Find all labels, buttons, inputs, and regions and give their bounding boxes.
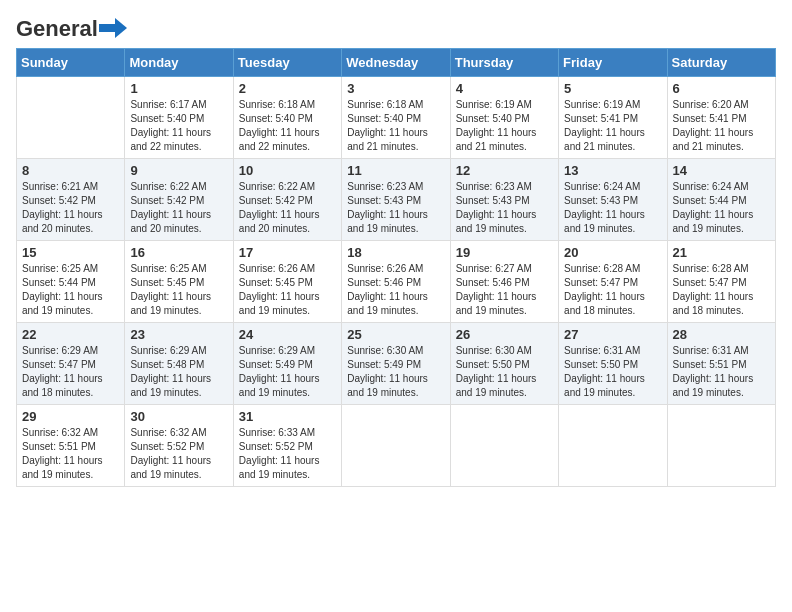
day-info: Sunrise: 6:28 AM Sunset: 5:47 PM Dayligh…	[673, 262, 770, 318]
calendar-header-row: SundayMondayTuesdayWednesdayThursdayFrid…	[17, 49, 776, 77]
calendar-cell: 5 Sunrise: 6:19 AM Sunset: 5:41 PM Dayli…	[559, 77, 667, 159]
day-number: 28	[673, 327, 770, 342]
day-info: Sunrise: 6:26 AM Sunset: 5:45 PM Dayligh…	[239, 262, 336, 318]
logo: General	[16, 16, 127, 38]
calendar-cell: 1 Sunrise: 6:17 AM Sunset: 5:40 PM Dayli…	[125, 77, 233, 159]
day-info: Sunrise: 6:19 AM Sunset: 5:41 PM Dayligh…	[564, 98, 661, 154]
day-info: Sunrise: 6:17 AM Sunset: 5:40 PM Dayligh…	[130, 98, 227, 154]
calendar-week-row: 29 Sunrise: 6:32 AM Sunset: 5:51 PM Dayl…	[17, 405, 776, 487]
day-number: 21	[673, 245, 770, 260]
day-of-week-header: Sunday	[17, 49, 125, 77]
calendar-cell	[342, 405, 450, 487]
calendar-week-row: 1 Sunrise: 6:17 AM Sunset: 5:40 PM Dayli…	[17, 77, 776, 159]
calendar-cell: 19 Sunrise: 6:27 AM Sunset: 5:46 PM Dayl…	[450, 241, 558, 323]
calendar-week-row: 8 Sunrise: 6:21 AM Sunset: 5:42 PM Dayli…	[17, 159, 776, 241]
day-number: 15	[22, 245, 119, 260]
calendar-cell: 18 Sunrise: 6:26 AM Sunset: 5:46 PM Dayl…	[342, 241, 450, 323]
day-number: 3	[347, 81, 444, 96]
day-info: Sunrise: 6:31 AM Sunset: 5:50 PM Dayligh…	[564, 344, 661, 400]
day-number: 19	[456, 245, 553, 260]
calendar-cell: 3 Sunrise: 6:18 AM Sunset: 5:40 PM Dayli…	[342, 77, 450, 159]
day-number: 24	[239, 327, 336, 342]
calendar-cell: 23 Sunrise: 6:29 AM Sunset: 5:48 PM Dayl…	[125, 323, 233, 405]
calendar-cell: 17 Sunrise: 6:26 AM Sunset: 5:45 PM Dayl…	[233, 241, 341, 323]
day-number: 8	[22, 163, 119, 178]
calendar-cell: 10 Sunrise: 6:22 AM Sunset: 5:42 PM Dayl…	[233, 159, 341, 241]
day-number: 31	[239, 409, 336, 424]
day-info: Sunrise: 6:20 AM Sunset: 5:41 PM Dayligh…	[673, 98, 770, 154]
calendar-cell: 9 Sunrise: 6:22 AM Sunset: 5:42 PM Dayli…	[125, 159, 233, 241]
day-info: Sunrise: 6:23 AM Sunset: 5:43 PM Dayligh…	[456, 180, 553, 236]
day-number: 14	[673, 163, 770, 178]
day-number: 16	[130, 245, 227, 260]
calendar-week-row: 15 Sunrise: 6:25 AM Sunset: 5:44 PM Dayl…	[17, 241, 776, 323]
day-info: Sunrise: 6:22 AM Sunset: 5:42 PM Dayligh…	[239, 180, 336, 236]
day-info: Sunrise: 6:19 AM Sunset: 5:40 PM Dayligh…	[456, 98, 553, 154]
day-of-week-header: Friday	[559, 49, 667, 77]
calendar-cell: 8 Sunrise: 6:21 AM Sunset: 5:42 PM Dayli…	[17, 159, 125, 241]
calendar-cell	[667, 405, 775, 487]
calendar-cell: 29 Sunrise: 6:32 AM Sunset: 5:51 PM Dayl…	[17, 405, 125, 487]
day-info: Sunrise: 6:29 AM Sunset: 5:49 PM Dayligh…	[239, 344, 336, 400]
calendar-cell: 2 Sunrise: 6:18 AM Sunset: 5:40 PM Dayli…	[233, 77, 341, 159]
day-number: 22	[22, 327, 119, 342]
day-number: 5	[564, 81, 661, 96]
day-info: Sunrise: 6:29 AM Sunset: 5:47 PM Dayligh…	[22, 344, 119, 400]
day-number: 9	[130, 163, 227, 178]
day-info: Sunrise: 6:32 AM Sunset: 5:52 PM Dayligh…	[130, 426, 227, 482]
day-of-week-header: Saturday	[667, 49, 775, 77]
calendar-cell	[17, 77, 125, 159]
day-number: 12	[456, 163, 553, 178]
day-info: Sunrise: 6:27 AM Sunset: 5:46 PM Dayligh…	[456, 262, 553, 318]
calendar-cell: 6 Sunrise: 6:20 AM Sunset: 5:41 PM Dayli…	[667, 77, 775, 159]
calendar-cell: 30 Sunrise: 6:32 AM Sunset: 5:52 PM Dayl…	[125, 405, 233, 487]
logo-arrow-icon	[99, 18, 127, 38]
day-info: Sunrise: 6:24 AM Sunset: 5:44 PM Dayligh…	[673, 180, 770, 236]
day-number: 11	[347, 163, 444, 178]
day-info: Sunrise: 6:30 AM Sunset: 5:49 PM Dayligh…	[347, 344, 444, 400]
calendar-cell: 27 Sunrise: 6:31 AM Sunset: 5:50 PM Dayl…	[559, 323, 667, 405]
day-info: Sunrise: 6:24 AM Sunset: 5:43 PM Dayligh…	[564, 180, 661, 236]
calendar-cell: 26 Sunrise: 6:30 AM Sunset: 5:50 PM Dayl…	[450, 323, 558, 405]
calendar-cell: 12 Sunrise: 6:23 AM Sunset: 5:43 PM Dayl…	[450, 159, 558, 241]
calendar-cell: 16 Sunrise: 6:25 AM Sunset: 5:45 PM Dayl…	[125, 241, 233, 323]
day-of-week-header: Monday	[125, 49, 233, 77]
day-info: Sunrise: 6:25 AM Sunset: 5:44 PM Dayligh…	[22, 262, 119, 318]
calendar-cell: 11 Sunrise: 6:23 AM Sunset: 5:43 PM Dayl…	[342, 159, 450, 241]
calendar-cell	[450, 405, 558, 487]
day-number: 1	[130, 81, 227, 96]
day-info: Sunrise: 6:29 AM Sunset: 5:48 PM Dayligh…	[130, 344, 227, 400]
calendar-week-row: 22 Sunrise: 6:29 AM Sunset: 5:47 PM Dayl…	[17, 323, 776, 405]
calendar-cell: 20 Sunrise: 6:28 AM Sunset: 5:47 PM Dayl…	[559, 241, 667, 323]
day-number: 20	[564, 245, 661, 260]
day-number: 17	[239, 245, 336, 260]
day-number: 2	[239, 81, 336, 96]
logo-general-text: General	[16, 16, 98, 42]
svg-rect-0	[99, 24, 117, 32]
day-info: Sunrise: 6:23 AM Sunset: 5:43 PM Dayligh…	[347, 180, 444, 236]
calendar-cell: 22 Sunrise: 6:29 AM Sunset: 5:47 PM Dayl…	[17, 323, 125, 405]
calendar-cell	[559, 405, 667, 487]
day-number: 29	[22, 409, 119, 424]
svg-marker-1	[115, 18, 127, 38]
day-number: 26	[456, 327, 553, 342]
day-info: Sunrise: 6:31 AM Sunset: 5:51 PM Dayligh…	[673, 344, 770, 400]
day-number: 30	[130, 409, 227, 424]
calendar-cell: 21 Sunrise: 6:28 AM Sunset: 5:47 PM Dayl…	[667, 241, 775, 323]
day-number: 6	[673, 81, 770, 96]
day-number: 23	[130, 327, 227, 342]
calendar-cell: 15 Sunrise: 6:25 AM Sunset: 5:44 PM Dayl…	[17, 241, 125, 323]
day-info: Sunrise: 6:32 AM Sunset: 5:51 PM Dayligh…	[22, 426, 119, 482]
day-info: Sunrise: 6:33 AM Sunset: 5:52 PM Dayligh…	[239, 426, 336, 482]
day-info: Sunrise: 6:21 AM Sunset: 5:42 PM Dayligh…	[22, 180, 119, 236]
day-info: Sunrise: 6:25 AM Sunset: 5:45 PM Dayligh…	[130, 262, 227, 318]
day-info: Sunrise: 6:28 AM Sunset: 5:47 PM Dayligh…	[564, 262, 661, 318]
day-of-week-header: Thursday	[450, 49, 558, 77]
page-header: General	[16, 16, 776, 38]
day-of-week-header: Tuesday	[233, 49, 341, 77]
day-info: Sunrise: 6:18 AM Sunset: 5:40 PM Dayligh…	[347, 98, 444, 154]
calendar-table: SundayMondayTuesdayWednesdayThursdayFrid…	[16, 48, 776, 487]
day-number: 4	[456, 81, 553, 96]
day-info: Sunrise: 6:22 AM Sunset: 5:42 PM Dayligh…	[130, 180, 227, 236]
day-number: 18	[347, 245, 444, 260]
